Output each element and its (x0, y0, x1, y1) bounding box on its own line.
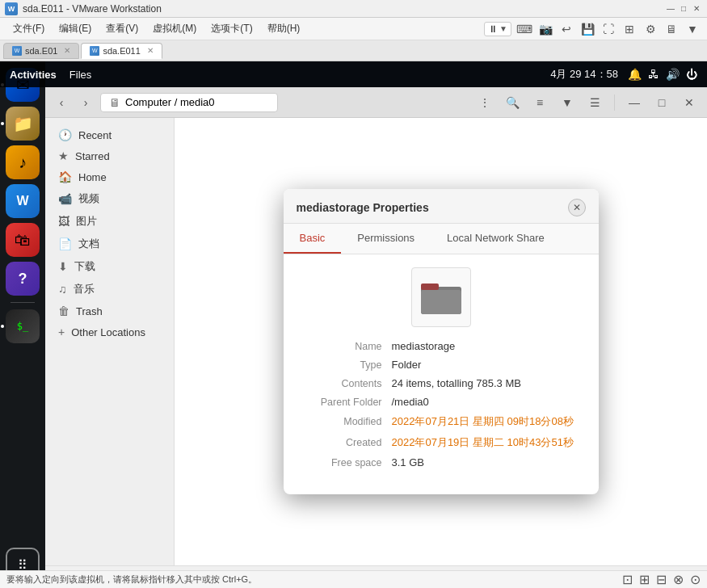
tab-close-1[interactable]: ✕ (64, 46, 70, 55)
window-controls: — □ ✕ (665, 3, 702, 15)
vmware-titlebar: W sda.E011 - VMware Workstation — □ ✕ (0, 0, 707, 18)
sidebar-item-recent[interactable]: 🕐 Recent (48, 124, 170, 145)
vmware-title: sda.E011 - VMware Workstation (23, 3, 665, 15)
sidebar-label-other: Other Locations (71, 326, 145, 338)
pause-icon[interactable]: ⏸ (488, 23, 498, 35)
fullscreen-icon[interactable]: ⛶ (600, 21, 617, 37)
file-manager-window: ‹ › 🖥 Computer / media0 ⋮ 🔍 ≡ ▼ ☰ — □ ✕ … (45, 87, 707, 588)
sidebar-label-documents: 文档 (78, 237, 99, 251)
back-button[interactable]: ‹ (52, 93, 71, 112)
dock-help[interactable]: ? (6, 262, 40, 296)
maximize-fm-button[interactable]: □ (650, 91, 673, 114)
dock-appstore[interactable]: 🛍 (6, 223, 40, 257)
minimize-button[interactable]: — (665, 3, 676, 15)
dialog-tabs: Basic Permissions Local Network Share (284, 224, 599, 254)
tab-sda-e011[interactable]: W sda.E011 ✕ (81, 43, 162, 59)
tab-icon-1: W (12, 46, 22, 56)
tab-sda-e01[interactable]: W sda.E01 ✕ (3, 43, 79, 59)
menu-vm[interactable]: 虚拟机(M) (146, 19, 203, 38)
dock: ✉ 📁 ♪ W 🛍 ? $_ ⠿ (0, 61, 45, 588)
more-icon[interactable]: ▼ (684, 21, 701, 37)
close-button[interactable]: ✕ (691, 3, 702, 15)
vmware-menubar: 文件(F) 编辑(E) 查看(V) 虚拟机(M) 选项卡(T) 帮助(H) ⏸ … (0, 18, 707, 40)
svg-rect-1 (421, 284, 439, 290)
folder-icon-wrap (411, 267, 471, 327)
menu-view[interactable]: 查看(V) (99, 19, 145, 38)
maximize-button[interactable]: □ (678, 3, 689, 15)
network-icon[interactable]: 🖧 (648, 68, 659, 81)
settings-icon[interactable]: ⚙ (642, 21, 659, 37)
dialog-close-button[interactable]: ✕ (568, 199, 586, 216)
prop-label-contents: Contents (303, 378, 392, 389)
unity-icon[interactable]: ⊞ (621, 21, 638, 37)
sidebar-item-music[interactable]: ♫ 音乐 (48, 278, 170, 300)
bottom-icon-2[interactable]: ⊞ (639, 572, 650, 587)
prop-row-parent: Parent Folder /media0 (303, 396, 579, 408)
activities-button[interactable]: Activities (10, 69, 57, 81)
sidebar-item-starred[interactable]: ★ Starred (48, 145, 170, 166)
grid-view-button[interactable]: ☰ (583, 91, 606, 114)
sound-icon[interactable]: 🔊 (666, 68, 680, 81)
tab-permissions[interactable]: Permissions (341, 224, 431, 254)
fm-titlebar: ‹ › 🖥 Computer / media0 ⋮ 🔍 ≡ ▼ ☰ — □ ✕ (45, 87, 707, 118)
dock-rhythmbox[interactable]: ♪ (6, 145, 40, 179)
prop-value-name: mediastorage (392, 340, 456, 352)
fm-sidebar: 🕐 Recent ★ Starred 🏠 Home 📹 视频 🖼 图 (45, 118, 175, 565)
forward-button[interactable]: › (76, 93, 95, 112)
sidebar-label-music: 音乐 (74, 282, 95, 296)
suspend-icon[interactable]: 💾 (579, 21, 595, 37)
dock-separator (11, 302, 35, 303)
bottom-icon-1[interactable]: ⊡ (622, 572, 633, 587)
prop-value-modified: 2022年07月21日 星期四 09时18分08秒 (392, 414, 574, 429)
bottombar-icons: ⊡ ⊞ ⊟ ⊗ ⊙ (622, 572, 701, 587)
tab-local-network-share[interactable]: Local Network Share (431, 224, 561, 254)
prop-row-name: Name mediastorage (303, 340, 579, 352)
prop-label-created: Created (303, 437, 392, 448)
music-icon: ♫ (58, 283, 67, 296)
power-icon[interactable]: ⏻ (686, 68, 697, 81)
trash-icon: 🗑 (58, 304, 69, 317)
gnome-sys-icons: 🔔 🖧 🔊 ⏻ (628, 68, 697, 81)
location-bar[interactable]: 🖥 Computer / media0 (100, 93, 278, 112)
close-fm-button[interactable]: ✕ (678, 91, 701, 114)
sidebar-item-documents[interactable]: 📄 文档 (48, 233, 170, 255)
bottom-icon-5[interactable]: ⊙ (690, 572, 701, 587)
view-icon[interactable]: 🖥 (663, 21, 680, 37)
prop-label-modified: Modified (303, 416, 392, 427)
gnome-app-name[interactable]: Files (69, 69, 91, 81)
vmware-logo: W (5, 2, 18, 15)
snapshot-icon[interactable]: 📷 (537, 21, 553, 37)
sidebar-item-pictures[interactable]: 🖼 图片 (48, 210, 170, 233)
list-view-button[interactable]: ≡ (528, 91, 551, 114)
menu-tab[interactable]: 选项卡(T) (204, 19, 259, 38)
bottom-icon-4[interactable]: ⊗ (673, 572, 684, 587)
tab-close-2[interactable]: ✕ (147, 46, 154, 55)
sidebar-label-downloads: 下载 (74, 259, 95, 274)
overflow-menu-button[interactable]: ⋮ (473, 91, 496, 114)
dock-files[interactable]: 📁 (6, 107, 40, 141)
pause-dropdown[interactable]: ▼ (499, 24, 507, 33)
dock-writer[interactable]: W (6, 184, 40, 218)
sidebar-item-home[interactable]: 🏠 Home (48, 166, 170, 187)
tab-label-1: sda.E01 (25, 46, 57, 56)
sidebar-item-downloads[interactable]: ⬇ 下载 (48, 255, 170, 278)
sidebar-item-videos[interactable]: 📹 视频 (48, 187, 170, 210)
sidebar-item-other-locations[interactable]: + Other Locations (48, 321, 170, 342)
minimize-fm-button[interactable]: — (623, 91, 646, 114)
sidebar-item-trash[interactable]: 🗑 Trash (48, 300, 170, 321)
bottom-icon-3[interactable]: ⊟ (656, 572, 667, 587)
properties-table: Name mediastorage Type Folder Contents 2… (303, 340, 579, 468)
send-ctrl-alt-del-icon[interactable]: ⌨ (516, 21, 532, 37)
menu-edit[interactable]: 编辑(E) (53, 19, 98, 38)
search-button[interactable]: 🔍 (501, 91, 524, 114)
view-options-button[interactable]: ▼ (556, 91, 579, 114)
menu-help[interactable]: 帮助(H) (261, 19, 307, 38)
location-icon: 🖥 (109, 96, 120, 109)
tab-basic[interactable]: Basic (284, 224, 342, 254)
pause-resume-group[interactable]: ⏸ ▼ (484, 22, 511, 36)
menu-file[interactable]: 文件(F) (6, 19, 51, 38)
notification-icon[interactable]: 🔔 (628, 68, 642, 81)
revert-icon[interactable]: ↩ (558, 21, 574, 37)
bottombar-tooltip: 要将输入定向到该虚拟机，请将鼠标指针移入其中或按 Ctrl+G。 (6, 573, 257, 586)
dock-terminal[interactable]: $_ (6, 309, 40, 343)
